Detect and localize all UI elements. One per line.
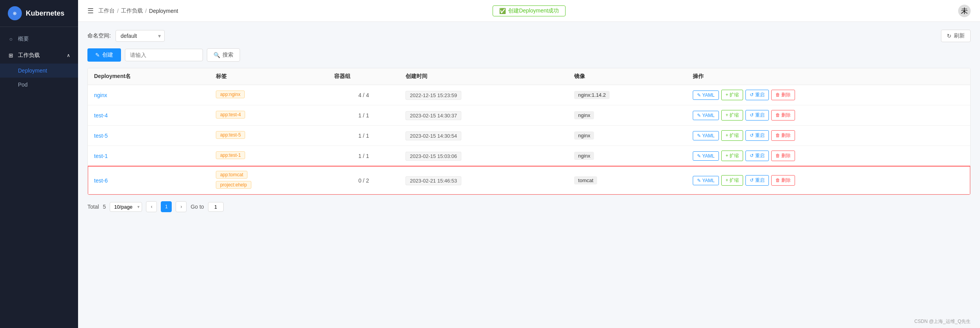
deployment-actions-cell: ✎ YAML + 扩缩 ↺ 重启 🗑 删除 (687, 85, 970, 105)
sidebar-sub-item-deployment-label: Deployment (18, 67, 47, 74)
deployment-name-link[interactable]: test-5 (94, 133, 108, 139)
deployment-created-cell: 2022-12-15 15:23:59 (399, 85, 568, 105)
search-input[interactable] (125, 49, 203, 61)
page-next-button[interactable]: › (176, 201, 187, 212)
yaml-button[interactable]: ✎ YAML (693, 176, 719, 185)
action-buttons: ✎ YAML + 扩缩 ↺ 重启 🗑 删除 (693, 151, 964, 161)
breadcrumb: 工作台 / 工作负载 / Deployment (98, 7, 178, 14)
deployment-tags-cell: app:test-1 (210, 146, 328, 166)
yaml-button[interactable]: ✎ YAML (693, 111, 719, 120)
table-header-row: Deployment名 标签 容器组 创建时间 镜像 操作 (88, 68, 970, 85)
workload-icon: ⊞ (8, 52, 14, 59)
pagination-total: 5 (103, 204, 106, 210)
sidebar-item-workload[interactable]: ⊞ 工作负载 ∧ (0, 47, 78, 64)
breadcrumb-sep-1: / (117, 8, 119, 14)
logo-icon: ⎈ (8, 6, 22, 20)
success-message: 创建Deployment成功 (508, 7, 559, 14)
restart-button[interactable]: ↺ 重启 (745, 90, 768, 100)
deployment-name-link[interactable]: nginx (94, 92, 107, 98)
restart-button[interactable]: ↺ 重启 (745, 110, 768, 121)
deployment-tag: app:test-5 (216, 131, 245, 139)
deployment-name-link[interactable]: test-4 (94, 112, 108, 119)
pagination-total-label: Total (87, 204, 99, 210)
breadcrumb-sep-2: / (145, 8, 147, 14)
sidebar-item-overview-label: 概要 (18, 35, 29, 43)
search-button[interactable]: 🔍 搜索 (207, 48, 240, 62)
overview-icon: ○ (8, 36, 14, 42)
sidebar-sub-item-pod[interactable]: Pod (0, 78, 78, 92)
create-button[interactable]: ✎ 创建 (87, 48, 121, 62)
deployment-tag: app:tomcat (216, 171, 247, 179)
create-icon: ✎ (95, 52, 100, 58)
avatar: 未 (958, 5, 971, 17)
delete-button[interactable]: 🗑 删除 (771, 175, 795, 186)
yaml-button[interactable]: ✎ YAML (693, 131, 719, 140)
page-1-button[interactable]: 1 (161, 201, 172, 212)
menu-button[interactable]: ☰ (87, 7, 94, 15)
scale-button[interactable]: + 扩缩 (721, 151, 743, 161)
action-buttons: ✎ YAML + 扩缩 ↺ 重启 🗑 删除 (693, 110, 964, 121)
deployment-tags-cell: app:test-5 (210, 126, 328, 146)
sidebar-menu: ○ 概要 ⊞ 工作负载 ∧ Deployment Pod (0, 27, 78, 328)
delete-button[interactable]: 🗑 删除 (771, 130, 795, 141)
page-size-select[interactable]: 10/page 20/page 50/page (110, 202, 142, 212)
sidebar: ⎈ Kubernetes ○ 概要 ⊞ 工作负载 ∧ Deployment Po… (0, 0, 78, 328)
delete-button[interactable]: 🗑 删除 (771, 151, 795, 161)
deployment-tag: project:ehelp (216, 181, 251, 189)
delete-button[interactable]: 🗑 删除 (771, 90, 795, 100)
scale-button[interactable]: + 扩缩 (721, 110, 743, 121)
restart-button[interactable]: ↺ 重启 (745, 175, 768, 186)
namespace-bar: 命名空间: default kube-system kube-public ↻ … (87, 30, 971, 42)
header-left: ☰ 工作台 / 工作负载 / Deployment (87, 7, 178, 15)
table-row: test-5app:test-51 / 12023-02-15 14:30:54… (88, 126, 970, 146)
avatar-initials: 未 (961, 6, 968, 16)
delete-button[interactable]: 🗑 删除 (771, 110, 795, 121)
main-area: ☰ 工作台 / 工作负载 / Deployment ✅ 创建Deployment… (78, 0, 980, 328)
deployment-tags-cell: app:nginx (210, 85, 328, 105)
pagination: Total 5 10/page 20/page 50/page ‹ 1 › Go… (87, 201, 971, 212)
namespace-select[interactable]: default kube-system kube-public (116, 30, 165, 42)
sidebar-sub-item-deployment[interactable]: Deployment (0, 64, 78, 78)
action-buttons: ✎ YAML + 扩缩 ↺ 重启 🗑 删除 (693, 130, 964, 141)
deployments-table: Deployment名 标签 容器组 创建时间 镜像 操作 nginxapp:n… (88, 68, 970, 195)
image-badge: tomcat (574, 176, 597, 184)
deployment-name-link[interactable]: test-1 (94, 153, 108, 159)
refresh-button[interactable]: ↻ 刷新 (941, 30, 971, 42)
deployment-image-cell: nginx:1.14.2 (568, 85, 687, 105)
deployment-name-cell: test-6 (88, 166, 210, 195)
deployment-name-link[interactable]: test-6 (94, 177, 108, 184)
page-prev-button[interactable]: ‹ (146, 201, 157, 212)
search-icon: 🔍 (213, 52, 220, 58)
deployments-table-container: Deployment名 标签 容器组 创建时间 镜像 操作 nginxapp:n… (87, 68, 971, 195)
deployment-image-cell: nginx (568, 105, 687, 126)
action-buttons: ✎ YAML + 扩缩 ↺ 重启 🗑 删除 (693, 175, 964, 186)
breadcrumb-workload[interactable]: 工作负载 (121, 7, 143, 14)
goto-label: Go to (190, 204, 204, 210)
deployment-containers-cell: 4 / 4 (328, 85, 399, 105)
yaml-button[interactable]: ✎ YAML (693, 151, 719, 161)
sidebar-item-overview[interactable]: ○ 概要 (0, 31, 78, 47)
col-created: 创建时间 (399, 68, 568, 85)
deployment-image-cell: nginx (568, 146, 687, 166)
refresh-icon: ↻ (947, 33, 952, 39)
breadcrumb-workbench[interactable]: 工作台 (98, 7, 115, 14)
scale-button[interactable]: + 扩缩 (721, 175, 743, 186)
restart-button[interactable]: ↺ 重启 (745, 130, 768, 141)
col-tags: 标签 (210, 68, 328, 85)
deployment-tag: app:test-1 (216, 151, 245, 159)
scale-button[interactable]: + 扩缩 (721, 130, 743, 141)
deployment-actions-cell: ✎ YAML + 扩缩 ↺ 重启 🗑 删除 (687, 146, 970, 166)
deployment-actions-cell: ✎ YAML + 扩缩 ↺ 重启 🗑 删除 (687, 105, 970, 126)
table-row: test-1app:test-11 / 12023-02-15 15:03:06… (88, 146, 970, 166)
image-badge: nginx (574, 111, 594, 119)
image-badge: nginx (574, 152, 594, 160)
col-name: Deployment名 (88, 68, 210, 85)
scale-button[interactable]: + 扩缩 (721, 90, 743, 100)
workload-expand-icon: ∧ (67, 53, 70, 58)
yaml-button[interactable]: ✎ YAML (693, 90, 719, 100)
image-badge: nginx:1.14.2 (574, 91, 610, 99)
restart-button[interactable]: ↺ 重启 (745, 151, 768, 161)
image-badge: nginx (574, 131, 594, 140)
goto-input[interactable] (208, 202, 224, 212)
deployment-actions-cell: ✎ YAML + 扩缩 ↺ 重启 🗑 删除 (687, 126, 970, 146)
